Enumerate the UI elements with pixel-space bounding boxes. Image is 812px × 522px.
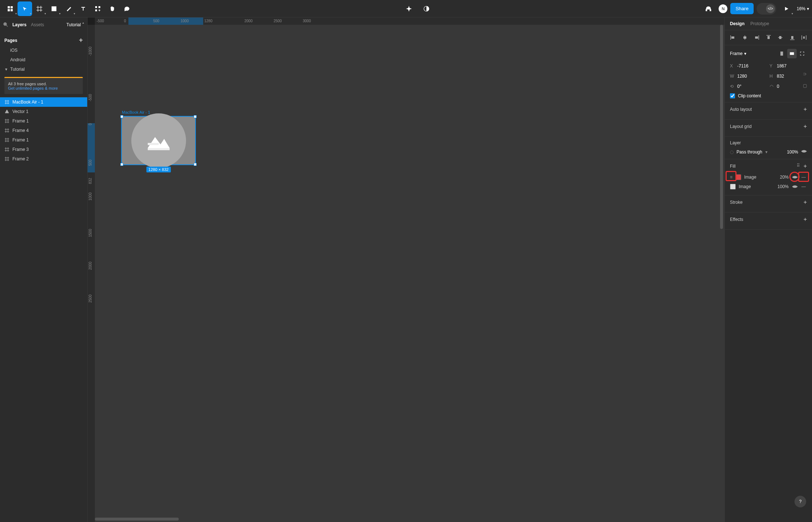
main-menu-button[interactable]: ▾ [3, 1, 18, 16]
svg-rect-48 [755, 36, 758, 39]
blend-mode-dropdown[interactable]: ◌ Pass through ▾ [730, 149, 767, 155]
canvas[interactable]: MacBook Air - 1 1280 × 832 [95, 25, 724, 522]
visibility-icon[interactable] [792, 174, 798, 180]
layer-opacity-input[interactable]: 100% [787, 149, 798, 155]
drag-handle-icon[interactable]: ≡ [730, 175, 732, 180]
layer-item[interactable]: MacBook Air - 1 [0, 97, 87, 107]
headphones-icon[interactable] [701, 1, 716, 16]
add-stroke-button[interactable]: + [804, 199, 807, 206]
align-hcenter-icon[interactable] [741, 33, 749, 42]
resize-handle[interactable] [194, 163, 197, 166]
text-tool-button[interactable] [76, 1, 90, 16]
comment-tool-button[interactable] [120, 1, 134, 16]
tab-design[interactable]: Design [730, 21, 745, 26]
clip-content-checkbox[interactable] [730, 93, 735, 98]
visibility-icon[interactable] [792, 183, 798, 190]
ai-button[interactable] [402, 1, 416, 16]
stroke-title: Stroke [730, 200, 743, 205]
add-layout-grid-button[interactable]: + [804, 123, 807, 130]
layer-item[interactable]: Frame 1 [0, 135, 87, 145]
constrain-icon[interactable]: ⊃ [803, 71, 807, 77]
add-page-button[interactable]: + [79, 36, 83, 44]
layer-item[interactable]: Frame 4 [0, 126, 87, 135]
clip-content-label: Clip content [738, 93, 761, 98]
rotation-input[interactable]: 0° [737, 84, 741, 89]
move-tool-button[interactable]: ▾ [18, 1, 32, 16]
selected-frame[interactable]: MacBook Air - 1 1280 × 832 [121, 116, 196, 165]
chevron-down-icon: ▾ [744, 51, 746, 56]
resize-handle[interactable] [120, 163, 123, 166]
fill-swatch[interactable] [735, 174, 741, 180]
resources-button[interactable] [90, 1, 105, 16]
page-selector[interactable]: Tutorial ˄ [66, 22, 84, 27]
layer-item[interactable]: Frame 1 [0, 116, 87, 126]
visibility-icon[interactable] [801, 148, 807, 155]
svg-rect-50 [767, 36, 770, 39]
pen-tool-button[interactable]: ▾ [61, 1, 76, 16]
align-top-icon[interactable] [764, 33, 773, 42]
ruler-tick: 2500 [274, 19, 282, 23]
radius-input[interactable]: 0 [777, 84, 780, 89]
layer-item[interactable]: Frame 2 [0, 154, 87, 164]
frame-content [122, 117, 195, 164]
remove-fill-button[interactable]: — [800, 183, 807, 190]
blend-mode-label: Pass through [736, 149, 762, 155]
share-button[interactable]: Share [730, 3, 754, 14]
shape-tool-button[interactable]: ▾ [47, 1, 61, 16]
layer-item[interactable]: Vector 1 [0, 107, 87, 116]
layer-name: Frame 3 [12, 147, 29, 152]
fill-styles-button[interactable]: ⠿ [797, 163, 800, 170]
align-right-icon[interactable] [752, 33, 761, 42]
upsell-link[interactable]: Get unlimited pages & more [8, 86, 58, 90]
frame-tool-button[interactable]: ▾ [32, 1, 47, 16]
align-bottom-icon[interactable] [788, 33, 797, 42]
ruler-tick: 1280 [204, 19, 212, 23]
fill-swatch[interactable] [730, 184, 736, 190]
frame-type-dropdown[interactable]: Frame ▾ [730, 51, 746, 56]
fill-opacity-input[interactable]: 100% [774, 184, 789, 189]
fill-row[interactable]: Image 100% — [730, 182, 807, 191]
h-input[interactable]: 832 [777, 74, 784, 79]
add-auto-layout-button[interactable]: + [804, 106, 807, 113]
resize-handle[interactable] [194, 115, 197, 118]
zoom-dropdown[interactable]: 16% ▾ [797, 6, 809, 11]
svg-rect-46 [743, 36, 746, 39]
fill-opacity-input[interactable]: 20% [774, 175, 789, 180]
resize-vertical-icon[interactable] [777, 49, 786, 58]
tab-assets[interactable]: Assets [31, 22, 44, 27]
add-effect-button[interactable]: + [804, 216, 807, 223]
frame-label[interactable]: MacBook Air - 1 [122, 110, 150, 114]
layer-item[interactable]: Frame 3 [0, 145, 87, 154]
tab-prototype[interactable]: Prototype [750, 21, 769, 26]
devmode-toggle[interactable]: </> [757, 3, 776, 15]
page-item-android[interactable]: Android [0, 55, 87, 65]
add-fill-button[interactable]: + [804, 163, 807, 170]
hand-tool-button[interactable] [105, 1, 120, 16]
user-avatar[interactable]: N [719, 4, 727, 13]
w-input[interactable]: 1280 [737, 74, 747, 79]
scrollbar-vertical[interactable] [720, 25, 723, 522]
contrast-button[interactable] [419, 1, 434, 16]
y-input[interactable]: 1867 [777, 63, 787, 69]
present-button[interactable]: ▾ [779, 1, 794, 16]
align-left-icon[interactable] [728, 33, 737, 42]
fill-row[interactable]: ≡ Image 20% — [730, 172, 807, 182]
help-button[interactable]: ? [794, 496, 806, 507]
resize-handle[interactable] [120, 115, 123, 118]
y-label: Y [770, 63, 775, 69]
page-item-ios[interactable]: iOS [0, 46, 87, 55]
align-vcenter-icon[interactable] [776, 33, 785, 42]
scrollbar-horizontal[interactable] [95, 518, 724, 521]
distribute-icon[interactable] [800, 33, 808, 42]
x-input[interactable]: -7116 [737, 63, 749, 69]
independent-corners-icon[interactable]: ▢ [803, 83, 807, 88]
ruler-tick: 832 [88, 178, 92, 184]
tab-layers[interactable]: Layers [12, 22, 27, 27]
svg-rect-0 [8, 6, 10, 8]
chevron-down-icon: ▾ [765, 149, 767, 155]
search-icon[interactable] [3, 22, 8, 28]
resize-horizontal-icon[interactable] [787, 49, 797, 58]
remove-fill-button[interactable]: — [800, 174, 807, 180]
page-item-tutorial[interactable]: Tutorial [0, 65, 87, 74]
fit-icon[interactable] [797, 49, 807, 58]
